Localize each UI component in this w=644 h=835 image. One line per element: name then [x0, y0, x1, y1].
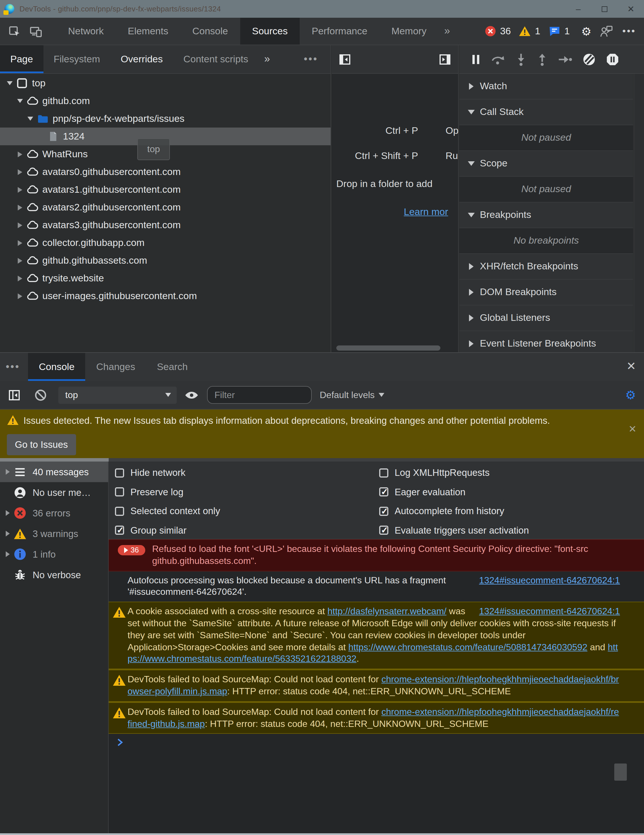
pause-script-icon[interactable]: [471, 54, 481, 65]
message-link[interactable]: https://www.chromestatus.com/feature/508…: [348, 642, 587, 652]
tab-performance[interactable]: Performance: [300, 18, 379, 45]
feedback-icon[interactable]: [599, 24, 614, 38]
nav-more-tabs-icon[interactable]: »: [264, 53, 270, 65]
console-settings-gear-icon[interactable]: ⚙: [625, 388, 636, 402]
checkbox-checked[interactable]: [379, 526, 388, 535]
nav-tab-content-scripts[interactable]: Content scripts: [173, 45, 259, 73]
expander-closed-icon[interactable]: [16, 222, 24, 228]
issues-count[interactable]: 1: [564, 26, 570, 37]
hide-navigator-icon[interactable]: [338, 53, 351, 66]
device-toolbar-icon[interactable]: [29, 24, 44, 39]
drawer-tab-changes[interactable]: Changes: [86, 353, 146, 381]
expander-closed-icon[interactable]: [16, 293, 24, 299]
tab-network[interactable]: Network: [56, 18, 116, 45]
step-into-icon[interactable]: [515, 52, 527, 66]
minimize-button[interactable]: –: [565, 0, 591, 18]
maximize-button[interactable]: [591, 0, 618, 18]
go-to-issues-button[interactable]: Go to Issues: [7, 434, 76, 455]
console-filter-1-info[interactable]: 1 info: [0, 544, 108, 564]
checkbox[interactable]: [379, 468, 388, 478]
editor-horizontal-scrollbar[interactable]: [336, 346, 441, 351]
close-drawer-icon[interactable]: ✕: [626, 359, 636, 373]
expander-closed-icon[interactable]: [16, 151, 24, 157]
settings-gear-icon[interactable]: ⚙: [581, 24, 591, 38]
expander-closed-icon[interactable]: [16, 275, 24, 281]
section-scope[interactable]: Scope: [459, 151, 633, 177]
close-button[interactable]: ✕: [618, 0, 644, 18]
checkbox-checked[interactable]: [379, 487, 388, 497]
vertical-scrollbar-thumb[interactable]: [614, 764, 627, 781]
expander-closed-icon[interactable]: [4, 551, 11, 557]
section-breakpoints[interactable]: Breakpoints: [459, 203, 633, 228]
nav-tab-page[interactable]: Page: [0, 45, 43, 73]
step-over-icon[interactable]: [491, 53, 506, 65]
console-message-warning[interactable]: DevTools failed to load SourceMap: Could…: [109, 702, 644, 734]
nav-tab-overrides[interactable]: Overrides: [111, 45, 173, 73]
learn-more-link[interactable]: Learn mor: [404, 206, 448, 218]
error-count-icon[interactable]: [485, 26, 496, 37]
issues-bubble-icon[interactable]: [548, 26, 560, 37]
expander-closed-icon[interactable]: [4, 531, 11, 536]
more-tabs-icon[interactable]: »: [438, 25, 455, 37]
drawer-tab-search[interactable]: Search: [146, 353, 199, 381]
setting-group-similar[interactable]: Group similar: [115, 521, 220, 540]
section-watch[interactable]: Watch: [459, 74, 633, 99]
tree-item-avatars1-githubusercontent-com[interactable]: avatars1.githubusercontent.com: [0, 181, 330, 198]
checkbox[interactable]: [115, 468, 124, 478]
console-filter-3-warnings[interactable]: 3 warnings: [0, 523, 108, 544]
message-link[interactable]: http://dasfelynsaterr.webcam/: [327, 606, 446, 616]
step-out-icon[interactable]: [537, 52, 548, 66]
setting-selected-context-only[interactable]: Selected context only: [115, 502, 220, 521]
checkbox-checked[interactable]: [115, 526, 124, 535]
source-location-link[interactable]: 1324#issuecomment-642670624:1: [479, 606, 620, 618]
console-sidebar-toggle-icon[interactable]: [8, 388, 21, 401]
error-count[interactable]: 36: [500, 26, 511, 37]
expander-closed-icon[interactable]: [4, 469, 11, 475]
tree-item-top[interactable]: top: [0, 74, 330, 92]
setting-evaluate-triggers-user-activation[interactable]: Evaluate triggers user activation: [379, 521, 529, 540]
console-message-warning[interactable]: 1324#issuecomment-642670624:1A cookie as…: [109, 602, 644, 669]
expander-open-icon[interactable]: [16, 99, 24, 103]
tree-item-avatars2-githubusercontent-com[interactable]: avatars2.githubusercontent.com: [0, 198, 330, 216]
tree-item-user-images-githubusercontent-com[interactable]: user-images.githubusercontent.com: [0, 287, 330, 305]
more-options-icon[interactable]: •••: [622, 26, 636, 37]
live-expression-eye-icon[interactable]: [184, 388, 199, 401]
checkbox[interactable]: [115, 487, 124, 497]
step-icon[interactable]: [558, 54, 572, 65]
tree-item-trysite-website[interactable]: trysite.website: [0, 270, 330, 287]
tree-item-avatars3-githubusercontent-com[interactable]: avatars3.githubusercontent.com: [0, 216, 330, 234]
console-filter-36-errors[interactable]: 36 errors: [0, 503, 108, 523]
context-selector[interactable]: top: [59, 386, 177, 403]
expander-closed-icon[interactable]: [16, 169, 24, 175]
tab-console[interactable]: Console: [180, 18, 240, 45]
console-filter-40-messages[interactable]: 40 messages: [0, 461, 108, 482]
expander-closed-icon[interactable]: [16, 258, 24, 263]
deactivate-breakpoints-icon[interactable]: [582, 52, 596, 66]
section-xhr-fetch-breakpoints[interactable]: XHR/fetch Breakpoints: [459, 254, 633, 279]
nav-menu-icon[interactable]: •••: [304, 53, 318, 65]
checkbox[interactable]: [115, 507, 124, 516]
tab-sources[interactable]: Sources: [240, 18, 300, 45]
clear-console-icon[interactable]: [34, 388, 47, 401]
section-global-listeners[interactable]: Global Listeners: [459, 305, 633, 331]
tab-elements[interactable]: Elements: [116, 18, 181, 45]
tree-item-github-com[interactable]: github.com: [0, 92, 330, 110]
console-message-error[interactable]: 36Refused to load the font '<URL>' becau…: [109, 539, 644, 571]
checkbox-checked[interactable]: [379, 507, 388, 516]
console-prompt[interactable]: [109, 734, 644, 751]
expander-closed-icon[interactable]: [4, 510, 11, 516]
tab-memory[interactable]: Memory: [379, 18, 439, 45]
expander-closed-icon[interactable]: [16, 187, 24, 192]
pause-on-exceptions-icon[interactable]: [606, 52, 620, 66]
drawer-more-icon[interactable]: •••: [6, 361, 20, 373]
tree-item-pnp-sp-dev-fx-webparts-issues[interactable]: pnp/sp-dev-fx-webparts/issues: [0, 110, 330, 128]
section-dom-breakpoints[interactable]: DOM Breakpoints: [459, 279, 633, 305]
expander-open-icon[interactable]: [6, 81, 14, 85]
debugger-scrollbar-gutter[interactable]: [634, 74, 644, 352]
tree-item-github-githubassets-com[interactable]: github.githubassets.com: [0, 252, 330, 270]
tree-item-collector-githubapp-com[interactable]: collector.githubapp.com: [0, 234, 330, 252]
setting-log-xmlhttprequests[interactable]: Log XMLHttpRequests: [379, 463, 529, 482]
console-filter-no-user-me-[interactable]: No user me…: [0, 482, 108, 503]
console-filter-no-verbose[interactable]: No verbose: [0, 564, 108, 585]
expander-open-icon[interactable]: [26, 117, 34, 121]
